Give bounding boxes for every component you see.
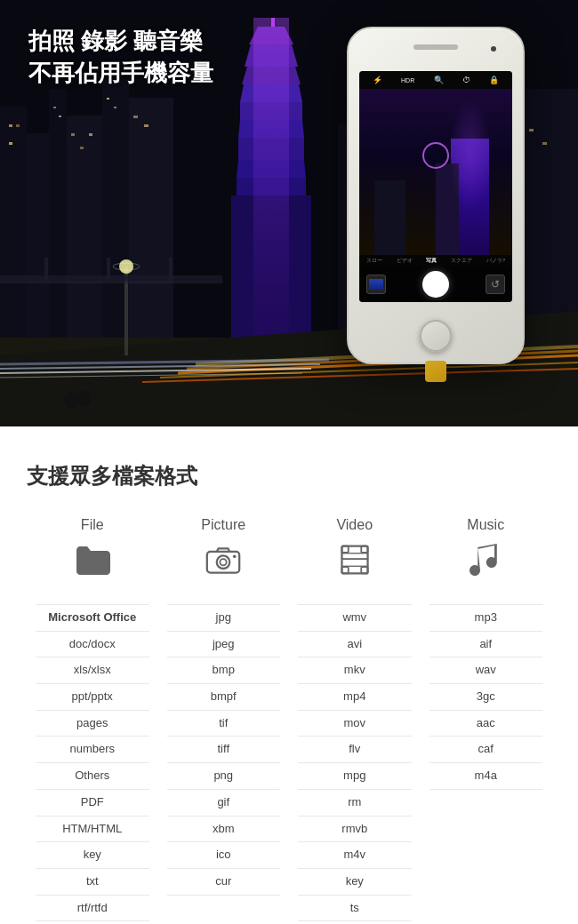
svg-point-73 (217, 555, 230, 569)
list-item: aac (429, 711, 543, 737)
list-item: txt (36, 869, 149, 896)
list-item: jpeg (167, 632, 281, 658)
list-item: avi (298, 632, 412, 658)
list-item: rmvb (298, 816, 412, 843)
svg-rect-13 (80, 147, 84, 149)
svg-rect-30 (253, 18, 289, 373)
list-item: wav (429, 657, 543, 684)
music-note-icon (468, 542, 503, 583)
list-item: key (298, 869, 412, 896)
svg-point-61 (119, 259, 133, 274)
svg-rect-7 (9, 124, 12, 127)
file-format-list: Microsoft Office doc/docx xls/xlsx ppt/p… (36, 604, 149, 924)
svg-point-65 (64, 391, 78, 409)
phone-screen: ⚡ HDR 🔍 ⏱ 🔒 (359, 71, 512, 302)
svg-point-74 (221, 559, 227, 565)
list-item: rtf/rtfd (36, 896, 149, 922)
list-item: pages (36, 711, 149, 737)
list-item: numbers (36, 737, 149, 763)
svg-rect-47 (542, 142, 547, 145)
svg-rect-68 (0, 281, 222, 283)
svg-point-66 (78, 390, 91, 406)
list-item: rm (298, 790, 412, 816)
svg-rect-67 (0, 275, 222, 281)
list-item: jpg (167, 604, 281, 632)
file-column-header: File (75, 517, 110, 586)
list-item: tiff (167, 737, 281, 763)
list-item: xbm (167, 816, 281, 843)
hero-section: 拍照 錄影 聽音樂 不再佔用手機容量 ⚡ HDR 🔍 ⏱ 🔒 (0, 0, 578, 426)
phone-camera-dot (491, 46, 496, 52)
list-item: HTM/HTML (36, 816, 149, 843)
list-item: xls/xlsx (36, 657, 149, 684)
list-item: m4a (429, 763, 543, 790)
list-item: aif (429, 632, 543, 658)
picture-column: Picture jpg jpeg bmp bmpf tif tif (158, 517, 290, 924)
list-item: key (36, 842, 149, 869)
svg-rect-15 (107, 98, 109, 100)
list-item: mov (298, 711, 412, 737)
svg-rect-70 (107, 258, 110, 281)
formats-title: 支援眾多檔案格式 (27, 462, 551, 490)
list-item: Microsoft Office (36, 604, 149, 632)
phone-home-button (420, 320, 452, 352)
list-item: mp4 (298, 684, 412, 711)
file-column-title: File (81, 517, 104, 533)
list-item: bmpf (167, 684, 281, 711)
svg-point-75 (233, 555, 237, 559)
formats-grid: File Microsoft Office doc/docx xls/xlsx … (27, 517, 551, 924)
svg-rect-11 (59, 116, 61, 117)
music-column: Music mp3 aif wav 3gc aac caf m4a (421, 517, 552, 924)
list-item: mkv (298, 657, 412, 684)
picture-format-list: jpg jpeg bmp bmpf tif tiff png gif xbm i… (167, 604, 281, 896)
svg-rect-71 (169, 258, 173, 281)
svg-rect-12 (71, 133, 75, 136)
list-item: Others (36, 763, 149, 790)
list-item: cur (167, 869, 281, 896)
list-item: ico (167, 842, 281, 869)
list-item: ppt/pptx (36, 684, 149, 711)
svg-rect-9 (9, 142, 12, 145)
film-icon (337, 542, 373, 583)
svg-rect-18 (144, 124, 149, 127)
list-item: mp3 (429, 604, 543, 632)
file-column: File Microsoft Office doc/docx xls/xlsx … (27, 517, 158, 924)
phone-body: ⚡ HDR 🔍 ⏱ 🔒 (347, 27, 525, 364)
music-column-title: Music (467, 517, 504, 533)
phone-speaker (413, 44, 458, 50)
svg-rect-16 (114, 107, 116, 108)
list-item: mpg (298, 763, 412, 790)
music-format-list: mp3 aif wav 3gc aac caf m4a (429, 604, 543, 790)
list-item: wmv (298, 604, 412, 632)
list-item: flv (298, 737, 412, 763)
list-item: tif (167, 711, 281, 737)
phone-lightning-connector (425, 361, 446, 382)
video-column-header: Video (336, 517, 373, 586)
svg-rect-69 (44, 258, 48, 281)
formats-section: 支援眾多檔案格式 File Microsoft Office doc/docx … (0, 426, 578, 924)
list-item: png (167, 763, 281, 790)
svg-rect-8 (16, 124, 20, 127)
camera-icon (205, 542, 241, 583)
list-item: caf (429, 737, 543, 763)
list-item: bmp (167, 657, 281, 684)
list-item: PDF (36, 790, 149, 816)
phone-mockup: ⚡ HDR 🔍 ⏱ 🔒 (347, 27, 525, 364)
hero-title: 拍照 錄影 聽音樂 不再佔用手機容量 (28, 25, 213, 90)
list-item: gif (167, 790, 281, 816)
list-item: 3gc (429, 684, 543, 711)
video-column-title: Video (336, 517, 373, 533)
svg-rect-17 (133, 116, 138, 118)
svg-rect-46 (529, 129, 534, 131)
picture-column-title: Picture (201, 517, 245, 533)
list-item: m4v (298, 842, 412, 869)
list-item: doc/docx (36, 632, 149, 658)
svg-rect-10 (53, 107, 56, 108)
video-column: Video wmv avi mkv (289, 517, 421, 924)
picture-column-header: Picture (201, 517, 245, 586)
video-format-list: wmv avi mkv mp4 mov flv mpg rm rmvb m4v … (298, 604, 412, 924)
svg-rect-14 (89, 133, 92, 136)
folder-icon (75, 542, 110, 583)
music-column-header: Music (467, 517, 504, 586)
list-item: ts (298, 896, 412, 922)
